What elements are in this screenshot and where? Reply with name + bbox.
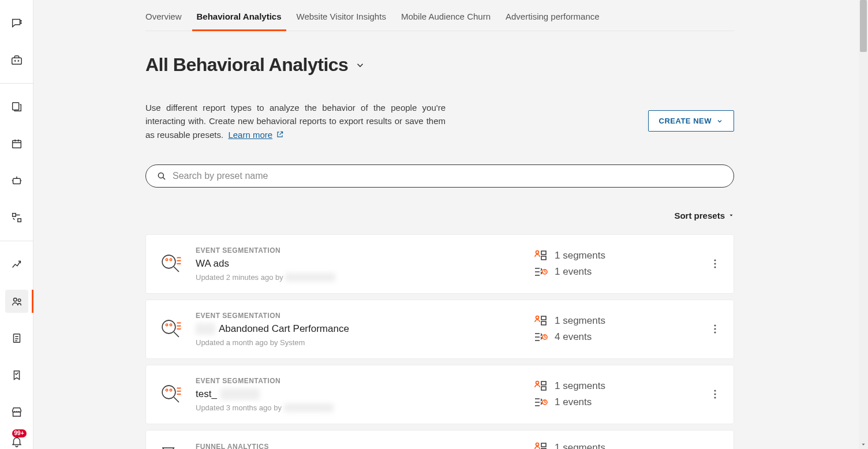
notifications-badge: 99+: [12, 429, 27, 437]
briefcase-code-icon: [10, 54, 23, 66]
card-stats: 1 segments 4 events: [534, 315, 695, 343]
segments-stat: 1 segments: [534, 380, 695, 392]
events-stat: 1 events: [534, 396, 695, 408]
svg-rect-6: [12, 214, 16, 217]
sidebar-item-store[interactable]: [5, 401, 28, 424]
trend-icon: [10, 258, 23, 271]
updated-by-author: System: [280, 338, 305, 347]
people-icon: [10, 295, 23, 308]
vertical-scrollbar[interactable]: [859, 0, 868, 449]
card-title-suffix-redacted: xxxxxxxx: [220, 388, 260, 400]
event-segmentation-icon: [159, 252, 183, 276]
notifications-button[interactable]: 99+: [10, 435, 23, 449]
page-title: All Behavioral Analytics: [145, 54, 348, 76]
scrollbar-thumb[interactable]: [860, 0, 867, 52]
card-title: test_ xxxxxxxx: [196, 388, 521, 400]
sidebar-item-trends[interactable]: [5, 253, 28, 276]
tab-overview[interactable]: Overview: [145, 6, 182, 31]
sidebar-item-code[interactable]: [5, 48, 28, 72]
svg-rect-7: [17, 219, 21, 222]
preset-card[interactable]: EVENT SEGMENTATION xxxx Abandoned Cart P…: [145, 300, 734, 359]
events-icon: [534, 396, 548, 408]
sidebar-item-calendar[interactable]: [5, 132, 28, 155]
sidebar-item-chat[interactable]: [5, 12, 28, 35]
tab-advertising-performance[interactable]: Advertising performance: [506, 6, 600, 31]
vertical-dots-icon: [714, 324, 716, 334]
left-sidebar: 99+ PB: [0, 0, 33, 449]
vertical-dots-icon: [714, 390, 716, 399]
segments-icon: [534, 442, 548, 449]
chat-icon: [10, 17, 23, 29]
sidebar-item-layers[interactable]: [5, 95, 28, 118]
card-type-label: FUNNEL ANALYTICS: [196, 443, 521, 449]
sidebar-item-report[interactable]: [5, 327, 28, 350]
card-type-label: EVENT SEGMENTATION: [196, 246, 521, 255]
events-stat: 1 events: [534, 266, 695, 278]
svg-point-9: [18, 299, 21, 302]
card-updated: Updated 3 months ago by redacted name: [196, 403, 521, 412]
card-title: WA ads: [196, 258, 521, 270]
main-content: Overview Behavioral Analytics Website Vi…: [145, 0, 734, 449]
svg-rect-3: [12, 103, 18, 110]
svg-point-1: [20, 23, 21, 23]
funnel-analytics-icon: [159, 444, 183, 449]
svg-rect-2: [12, 58, 21, 64]
card-menu-button[interactable]: [708, 257, 722, 271]
vertical-dots-icon: [714, 259, 716, 268]
preset-card[interactable]: EVENT SEGMENTATION test_ xxxxxxxx Update…: [145, 365, 734, 424]
card-stats: 1 segments 2 events: [534, 442, 695, 449]
card-type-label: EVENT SEGMENTATION: [196, 312, 521, 320]
preset-card[interactable]: EVENT SEGMENTATION WA ads Updated 2 minu…: [145, 234, 734, 294]
segments-icon: [534, 315, 548, 327]
workflow-icon: [10, 211, 23, 224]
calendar-icon: [10, 137, 23, 150]
search-icon: [156, 171, 167, 181]
events-icon: [534, 266, 548, 278]
segments-stat: 1 segments: [534, 315, 695, 327]
search-input[interactable]: [173, 171, 723, 181]
preset-card[interactable]: FUNNEL ANALYTICS Test xxxx 1 segments 2 …: [145, 430, 734, 449]
tabs: Overview Behavioral Analytics Website Vi…: [145, 0, 734, 31]
segments-stat: 1 segments: [534, 250, 695, 261]
sidebar-item-people[interactable]: [5, 290, 28, 313]
segments-icon: [534, 250, 548, 261]
event-segmentation-icon: [159, 317, 183, 341]
svg-point-11: [158, 173, 163, 178]
sort-presets-button[interactable]: Sort presets: [674, 211, 734, 220]
preset-list: EVENT SEGMENTATION WA ads Updated 2 minu…: [145, 234, 734, 449]
learn-more-link[interactable]: Learn more: [228, 128, 284, 141]
card-menu-button[interactable]: [708, 322, 722, 336]
tab-website-visitor-insights[interactable]: Website Visitor Insights: [297, 6, 386, 31]
card-stats: 1 segments 1 events: [534, 250, 695, 278]
layers-icon: [10, 100, 23, 113]
tab-behavioral-analytics[interactable]: Behavioral Analytics: [197, 6, 282, 31]
document-icon: [10, 332, 23, 345]
event-segmentation-icon: [159, 382, 183, 406]
card-stats: 1 segments 1 events: [534, 380, 695, 408]
card-updated: Updated a month ago by System: [196, 338, 521, 347]
intro-text: Use different report types to analyze th…: [145, 101, 446, 141]
sidebar-item-tags[interactable]: [5, 206, 28, 229]
segments-icon: [534, 380, 548, 392]
sidebar-item-bookmark[interactable]: [5, 364, 28, 387]
bookmark-check-icon: [10, 369, 23, 381]
card-type-label: EVENT SEGMENTATION: [196, 377, 521, 385]
updated-by-author: redacted name: [284, 403, 334, 412]
tab-mobile-audience-churn[interactable]: Mobile Audience Churn: [401, 6, 491, 31]
bot-icon: [10, 174, 23, 187]
card-updated: Updated 2 minutes ago by redacted name: [196, 273, 521, 282]
events-stat: 4 events: [534, 331, 695, 343]
search-container[interactable]: [145, 164, 734, 188]
card-title: xxxx Abandoned Cart Performance: [196, 323, 521, 335]
svg-rect-4: [12, 141, 21, 148]
sidebar-item-bot[interactable]: [5, 169, 28, 192]
svg-rect-5: [13, 178, 20, 184]
card-title-prefix-redacted: xxxx: [196, 323, 215, 335]
segments-stat: 1 segments: [534, 442, 695, 449]
create-new-button[interactable]: CREATE NEW: [648, 110, 734, 132]
svg-point-8: [13, 298, 17, 302]
page-title-dropdown[interactable]: All Behavioral Analytics: [145, 54, 734, 76]
card-menu-button[interactable]: [708, 387, 722, 401]
scrollbar-down-arrow[interactable]: [859, 440, 868, 449]
events-icon: [534, 331, 548, 343]
